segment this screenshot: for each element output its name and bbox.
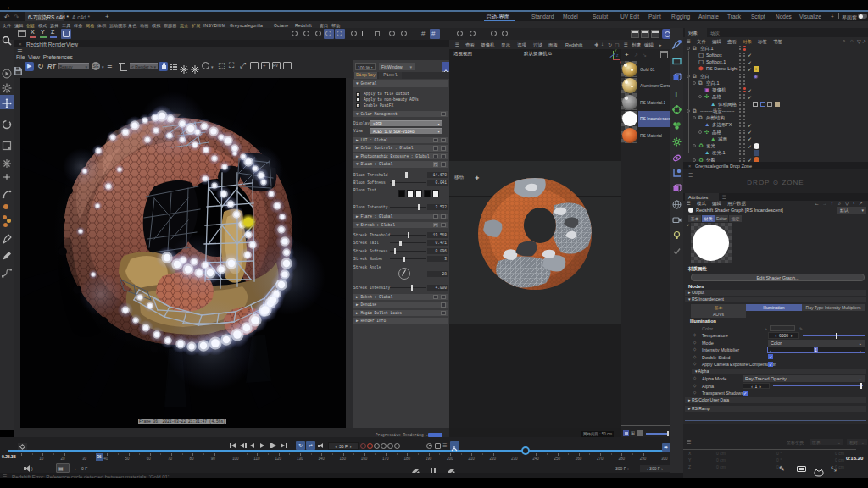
svg-text:T: T: [674, 90, 679, 98]
